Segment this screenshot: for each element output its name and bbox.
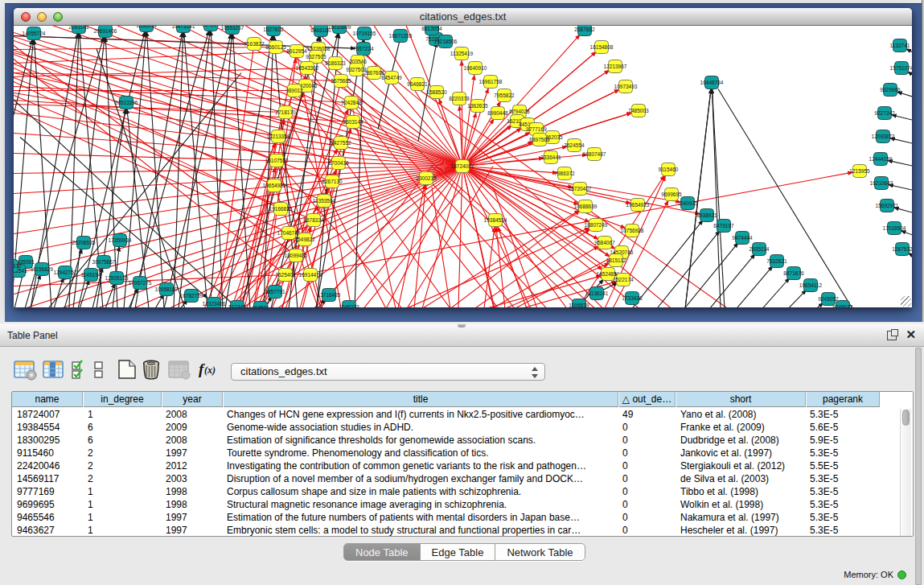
- svg-text:8678334: 8678334: [303, 217, 324, 223]
- svg-text:12213967: 12213967: [604, 64, 627, 69]
- svg-text:8267130: 8267130: [322, 179, 343, 184]
- svg-text:10473141: 10473141: [172, 26, 195, 29]
- svg-text:18807249: 18807249: [585, 222, 608, 228]
- svg-text:8186323: 8186323: [325, 60, 346, 66]
- svg-text:12213359: 12213359: [267, 134, 290, 139]
- svg-text:10719155: 10719155: [353, 31, 376, 36]
- svg-text:9699695: 9699695: [661, 192, 682, 197]
- svg-text:934514: 934514: [202, 26, 220, 27]
- svg-text:15751074: 15751074: [890, 65, 912, 71]
- svg-text:19166825: 19166825: [269, 206, 293, 212]
- svg-text:1549822: 1549822: [294, 237, 315, 242]
- svg-text:6897568: 6897568: [529, 137, 550, 142]
- svg-text:11325419: 11325419: [450, 51, 474, 56]
- svg-text:20513396: 20513396: [115, 100, 138, 105]
- svg-text:2522174: 2522174: [613, 277, 634, 282]
- svg-text:15692971: 15692971: [876, 203, 899, 208]
- svg-text:2300215: 2300215: [416, 175, 437, 181]
- svg-text:7163822: 7163822: [244, 41, 265, 47]
- svg-text:9245052: 9245052: [818, 296, 839, 302]
- svg-text:8427552: 8427552: [331, 140, 351, 146]
- svg-text:10688639: 10688639: [574, 204, 598, 209]
- svg-text:16782759: 16782759: [180, 293, 203, 299]
- svg-text:17016504: 17016504: [883, 225, 906, 231]
- svg-text:10553267: 10553267: [221, 26, 244, 31]
- svg-text:8220378: 8220378: [449, 96, 470, 101]
- svg-text:1287532: 1287532: [892, 246, 912, 252]
- svg-text:1815112: 1815112: [606, 257, 626, 263]
- svg-text:2336441: 2336441: [540, 154, 561, 160]
- svg-text:7632621: 7632621: [766, 258, 787, 264]
- svg-text:14136141: 14136141: [585, 290, 609, 296]
- svg-text:7955822: 7955822: [494, 93, 515, 98]
- svg-text:9857791: 9857791: [265, 289, 285, 295]
- svg-text:9474444: 9474444: [732, 235, 753, 241]
- svg-text:16671355: 16671355: [389, 33, 413, 39]
- svg-text:9245013: 9245013: [832, 304, 853, 307]
- svg-text:19654985: 19654985: [263, 183, 286, 188]
- svg-text:30975867: 30975867: [92, 259, 116, 265]
- svg-text:14055724: 14055724: [23, 31, 46, 36]
- svg-text:12444159: 12444159: [869, 156, 893, 162]
- svg-text:8813054: 8813054: [421, 26, 442, 31]
- svg-text:18099485: 18099485: [285, 253, 308, 258]
- svg-text:7957224: 7957224: [353, 46, 374, 51]
- svg-text:15720407: 15720407: [569, 186, 592, 192]
- svg-text:10756928: 10756928: [621, 228, 644, 233]
- svg-text:16033809: 16033809: [328, 26, 351, 30]
- svg-text:2526610: 2526610: [14, 263, 22, 269]
- svg-text:9242848: 9242848: [341, 100, 362, 105]
- svg-text:7625402: 7625402: [275, 272, 296, 278]
- svg-text:10807487: 10807487: [583, 151, 606, 157]
- svg-text:9329966: 9329966: [880, 87, 901, 93]
- svg-text:10654112: 10654112: [799, 282, 823, 288]
- svg-text:3624554: 3624554: [564, 142, 585, 148]
- svg-text:2603144: 2603144: [343, 119, 363, 125]
- svg-text:16154808: 16154808: [590, 44, 614, 50]
- svg-text:904521: 904521: [252, 305, 269, 307]
- svg-text:12942757: 12942757: [54, 270, 77, 275]
- svg-text:7485003: 7485003: [628, 108, 649, 113]
- svg-text:1527602: 1527602: [263, 27, 284, 32]
- svg-text:17957275: 17957275: [129, 280, 152, 286]
- svg-text:8471676: 8471676: [783, 270, 804, 276]
- svg-text:1588520: 1588520: [426, 89, 447, 95]
- svg-text:6794028: 6794028: [509, 109, 530, 114]
- svg-text:17046745: 17046745: [277, 230, 301, 236]
- svg-text:11156829: 11156829: [31, 266, 53, 272]
- svg-text:8660125: 8660125: [265, 44, 286, 50]
- svg-text:9327505: 9327505: [306, 54, 326, 60]
- svg-text:9115460: 9115460: [659, 167, 679, 172]
- svg-text:2093141: 2093141: [68, 26, 89, 30]
- svg-text:989012: 989012: [285, 88, 303, 93]
- svg-text:16961758: 16961758: [479, 79, 503, 84]
- svg-text:17359934: 17359934: [109, 237, 132, 243]
- svg-text:10958107: 10958107: [155, 286, 179, 292]
- svg-text:11353594: 11353594: [313, 198, 336, 204]
- svg-text:1215955: 1215955: [849, 168, 870, 174]
- svg-text:12505135: 12505135: [105, 275, 129, 281]
- svg-text:16448784: 16448784: [700, 80, 724, 85]
- svg-text:19384554: 19384554: [484, 217, 507, 223]
- svg-text:16210643: 16210643: [870, 180, 893, 186]
- svg-text:1733426: 1733426: [622, 295, 643, 301]
- svg-text:8938921: 8938921: [696, 212, 717, 218]
- svg-text:18724007: 18724007: [451, 163, 474, 169]
- svg-text:1132741: 1132741: [890, 43, 910, 48]
- svg-text:12323466: 12323466: [203, 301, 226, 307]
- svg-text:10973493: 10973493: [614, 84, 638, 89]
- svg-text:20691406: 20691406: [94, 28, 117, 34]
- svg-text:(x): (x): [204, 365, 216, 376]
- svg-text:8912954: 8912954: [286, 48, 307, 54]
- svg-text:1045233: 1045233: [339, 304, 359, 307]
- svg-text:2935114: 2935114: [749, 246, 770, 252]
- svg-text:9584067: 9584067: [594, 240, 615, 245]
- svg-text:812345: 812345: [228, 304, 246, 307]
- svg-text:9646821: 9646821: [407, 81, 428, 87]
- svg-text:3675685: 3675685: [331, 78, 351, 84]
- svg-text:1835014: 1835014: [136, 26, 157, 28]
- svg-text:9777169: 9777169: [526, 126, 547, 132]
- svg-text:20206535: 20206535: [72, 240, 96, 245]
- svg-text:16543362: 16543362: [296, 65, 319, 71]
- svg-text:7986372: 7986372: [554, 171, 575, 176]
